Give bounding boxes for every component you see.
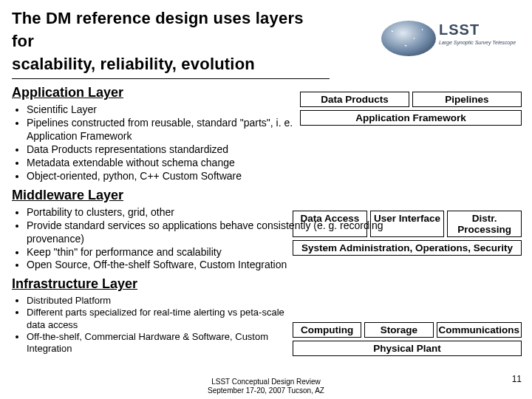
box-physical-plant: Physical Plant <box>293 341 522 356</box>
list-item: Different parts specialized for real-tim… <box>27 307 293 330</box>
application-layer-boxes: Data Products Pipelines Application Fram… <box>300 92 522 126</box>
box-pipelines: Pipelines <box>412 92 522 107</box>
footer-line1: LSST Conceptual Design Review <box>211 378 321 386</box>
middleware-layer-heading: Middleware Layer <box>12 188 520 203</box>
box-communications: Communications <box>437 322 522 338</box>
slide-title: The DM reference design uses layers for … <box>12 7 330 77</box>
box-distr-processing: Distr. Processing <box>447 211 522 237</box>
infrastructure-layer-boxes: Computing Storage Communications Physica… <box>293 322 522 356</box>
list-item: Object-oriented, python, C++ Custom Soft… <box>27 170 322 183</box>
stars-icon <box>381 21 436 56</box>
box-sysadmin-ops-security: System Administration, Operations, Secur… <box>293 240 522 256</box>
box-application-framework: Application Framework <box>300 110 522 126</box>
list-item: Metadata extendable without schema chang… <box>27 157 322 170</box>
slide: LSST Large Synoptic Survey Telescope The… <box>0 0 532 399</box>
list-item: Distributed Platform <box>27 295 293 307</box>
logo-fullname: Large Synoptic Survey Telescope <box>439 40 522 46</box>
box-data-products: Data Products <box>300 92 409 107</box>
title-underline <box>12 78 330 79</box>
telescope-oval-icon <box>381 21 436 56</box>
logo-acronym: LSST <box>439 22 522 37</box>
list-item: Pipelines constructed from reusable, sta… <box>27 117 322 143</box>
list-item: Scientific Layer <box>27 103 322 117</box>
page-number: 11 <box>512 374 522 384</box>
application-layer-bullets: Scientific Layer Pipelines constructed f… <box>16 103 322 183</box>
box-user-interface: User Interface <box>370 211 445 237</box>
logo-text: LSST Large Synoptic Survey Telescope <box>439 22 522 46</box>
infrastructure-layer-bullets: Distributed Platform Different parts spe… <box>16 295 293 355</box>
footer-line2: September 17-20, 2007 Tucson, AZ <box>208 386 324 395</box>
middleware-layer-boxes: Data Access User Interface Distr. Proces… <box>293 211 522 256</box>
title-line2: scalability, reliability, evolution <box>12 53 255 78</box>
infrastructure-layer-heading: Infrastructure Layer <box>12 276 520 292</box>
lsst-logo: LSST Large Synoptic Survey Telescope <box>381 21 522 64</box>
box-computing: Computing <box>293 322 361 338</box>
slide-footer: LSST Conceptual Design Review September … <box>0 378 532 395</box>
list-item: Off-the-shelf, Commercial Hardware & Sof… <box>27 331 293 355</box>
title-line1: The DM reference design uses layers for <box>12 9 304 50</box>
box-storage: Storage <box>364 322 433 338</box>
list-item: Open Source, Off-the-shelf Software, Cus… <box>27 259 396 272</box>
list-item: Data Products representations standardiz… <box>27 143 322 157</box>
box-data-access: Data Access <box>293 211 367 237</box>
